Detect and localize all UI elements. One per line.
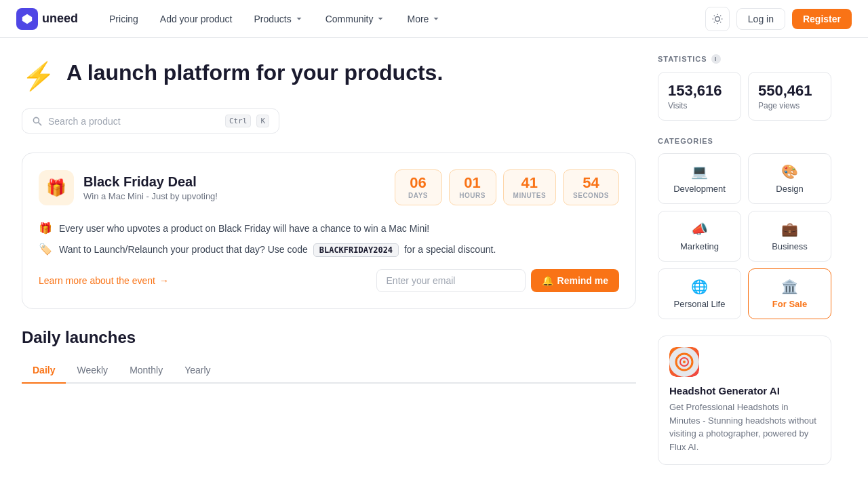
bf-subtitle: Win a Mac Mini - Just by upvoting! (83, 191, 218, 201)
learn-more-link[interactable]: Learn more about the event → (39, 275, 169, 286)
chevron-down-icon (376, 14, 385, 24)
bf-title-group: Black Friday Deal Win a Mac Mini - Just … (83, 174, 218, 201)
bf-gift-icon: 🎁 (39, 170, 74, 205)
logo-link[interactable]: uneed (16, 8, 78, 30)
category-for-sale[interactable]: 🏛️ For Sale (748, 268, 831, 319)
bf-info2-text: Want to Launch/Relaunch your product tha… (59, 244, 496, 255)
nav-community[interactable]: Community (316, 9, 395, 28)
tab-weekly[interactable]: Weekly (66, 358, 119, 384)
development-icon: 💻 (691, 163, 708, 180)
logo-text: uneed (42, 12, 78, 26)
category-for-sale-label: For Sale (772, 299, 807, 309)
bf-info-row-2: 🏷️ Want to Launch/Relaunch your product … (39, 243, 619, 256)
category-personal-life-label: Personal Life (674, 299, 726, 309)
sun-icon (712, 14, 723, 24)
categories-section-header: CATEGORIES (658, 137, 831, 145)
page-body: ⚡ A launch platform for your products. S… (0, 38, 868, 465)
design-icon: 🎨 (781, 163, 798, 180)
remind-button[interactable]: 🔔 Remind me (531, 269, 619, 292)
svg-point-12 (683, 361, 686, 363)
category-personal-life[interactable]: 🌐 Personal Life (658, 268, 741, 319)
visits-number: 153,616 (668, 82, 731, 100)
business-icon: 💼 (781, 221, 798, 237)
tab-monthly[interactable]: Monthly (119, 358, 174, 384)
timer-seconds-label: SECONDS (573, 192, 609, 199)
kbd-ctrl: Ctrl (225, 115, 252, 127)
category-development[interactable]: 💻 Development (658, 153, 741, 204)
bf-title-row: 🎁 Black Friday Deal Win a Mac Mini - Jus… (39, 170, 218, 205)
login-button[interactable]: Log in (736, 8, 785, 30)
visits-label: Visits (668, 101, 731, 110)
nav-right: Log in Register (705, 7, 852, 31)
gift-small-icon: 🎁 (39, 222, 52, 235)
headshot-ai-logo-svg (669, 347, 699, 377)
tab-yearly[interactable]: Yearly (174, 358, 221, 384)
bf-info1-text: Every user who upvotes a product on Blac… (59, 223, 429, 234)
categories-grid: 💻 Development 🎨 Design 📣 Marketing 💼 Bus… (658, 153, 831, 319)
category-marketing[interactable]: 📣 Marketing (658, 211, 741, 262)
search-placeholder: Search a product (48, 116, 220, 127)
bell-icon: 🔔 (542, 275, 553, 286)
category-design-label: Design (776, 184, 803, 194)
nav-add-product[interactable]: Add your product (151, 9, 242, 28)
stats-grid: 153,616 Visits 550,461 Page views (658, 72, 831, 121)
for-sale-icon: 🏛️ (781, 279, 798, 295)
featured-product-description: Get Professional Headshots in Minutes - … (669, 401, 820, 453)
register-button[interactable]: Register (792, 9, 852, 29)
bf-footer: Learn more about the event → 🔔 Remind me (39, 269, 619, 292)
category-design[interactable]: 🎨 Design (748, 153, 831, 204)
timer-days: 06 DAYS (395, 169, 442, 205)
search-icon (32, 116, 43, 127)
nav-pricing[interactable]: Pricing (100, 9, 148, 28)
featured-product-card[interactable]: Headshot Generator AI Get Professional H… (658, 336, 831, 465)
hero-title: A launch platform for your products. (66, 60, 443, 85)
hero-section: ⚡ A launch platform for your products. (22, 60, 636, 89)
featured-product-logo (669, 347, 699, 377)
kbd-k: K (256, 115, 269, 127)
tag-icon: 🏷️ (39, 243, 52, 256)
visits-stat-card: 153,616 Visits (658, 72, 741, 121)
category-development-label: Development (673, 184, 726, 194)
svg-line-8 (720, 15, 721, 16)
email-row: 🔔 Remind me (376, 269, 619, 292)
bf-info: 🎁 Every user who upvotes a product on Bl… (39, 222, 619, 256)
timer-hours-value: 01 (459, 176, 486, 190)
stats-info-icon: i (711, 54, 721, 64)
chevron-down-icon (431, 14, 441, 24)
timer-days-label: DAYS (405, 192, 432, 199)
black-friday-card: 🎁 Black Friday Deal Win a Mac Mini - Jus… (22, 152, 636, 309)
featured-product-name: Headshot Generator AI (669, 385, 820, 396)
marketing-icon: 📣 (691, 221, 708, 237)
nav-products[interactable]: Products (244, 9, 313, 28)
daily-launches-title: Daily launches (22, 328, 636, 347)
timer-minutes-value: 41 (513, 176, 547, 190)
email-input[interactable] (376, 269, 526, 292)
chevron-down-icon (294, 14, 304, 24)
pageviews-number: 550,461 (758, 82, 821, 100)
search-bar[interactable]: Search a product Ctrl K (22, 108, 279, 134)
timer-hours: 01 HOURS (449, 169, 496, 205)
daily-launches-tabs: Daily Weekly Monthly Yearly (22, 358, 636, 384)
bolt-icon: ⚡ (22, 62, 56, 89)
category-business[interactable]: 💼 Business (748, 211, 831, 262)
timer-seconds-value: 54 (573, 176, 609, 190)
logo-icon (16, 8, 38, 30)
nav-links: Pricing Add your product Products Commun… (100, 9, 705, 28)
svg-line-4 (720, 22, 721, 22)
nav-more[interactable]: More (397, 9, 450, 28)
bf-info-row-1: 🎁 Every user who upvotes a product on Bl… (39, 222, 619, 235)
timer-minutes-label: MINUTES (513, 192, 547, 199)
timer-seconds: 54 SECONDS (563, 169, 619, 205)
svg-line-3 (714, 15, 715, 16)
navbar: uneed Pricing Add your product Products … (0, 0, 868, 38)
stats-section-header: STATISTICS i (658, 54, 831, 64)
bf-title: Black Friday Deal (83, 174, 218, 190)
svg-point-0 (715, 16, 719, 21)
pageviews-stat-card: 550,461 Page views (748, 72, 831, 121)
timer-hours-label: HOURS (459, 192, 486, 199)
main-content: ⚡ A launch platform for your products. S… (0, 38, 658, 465)
bf-header: 🎁 Black Friday Deal Win a Mac Mini - Jus… (39, 169, 619, 205)
tab-daily[interactable]: Daily (22, 358, 66, 384)
promo-code-badge: BLACKFRIDAY2024 (313, 243, 399, 257)
theme-toggle-button[interactable] (705, 7, 730, 31)
